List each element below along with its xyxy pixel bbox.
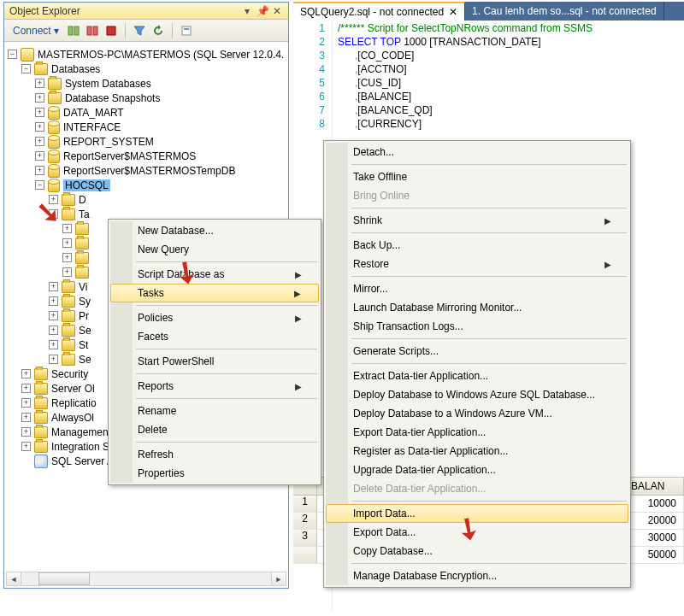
tab-active[interactable]: SQLQuery2.sql - not connected✕: [293, 2, 465, 21]
submenu-arrow-icon: ▶: [604, 216, 611, 226]
db-node-selected[interactable]: −HOCSQL: [8, 178, 285, 192]
stop-icon[interactable]: [103, 23, 119, 38]
folder-icon: [75, 238, 89, 249]
menu-item-back-up[interactable]: Back Up...: [326, 236, 628, 255]
menu-item-label: Extract Data-tier Application...: [353, 370, 488, 382]
filter-icon[interactable]: [132, 23, 147, 38]
close-icon[interactable]: ✕: [449, 6, 457, 18]
snapshots-folder[interactable]: +Database Snapshots: [8, 91, 285, 105]
folder-label: Database Snapshots: [65, 92, 160, 104]
database-icon: [48, 164, 60, 178]
menu-item-bring-online[interactable]: Bring Online: [326, 186, 628, 205]
pin-icon[interactable]: 📌: [256, 3, 268, 20]
menu-item-refresh[interactable]: Refresh: [110, 445, 319, 464]
databases-folder[interactable]: −Databases: [8, 62, 285, 76]
connect-icon[interactable]: [66, 23, 81, 38]
scroll-thumb[interactable]: [38, 572, 90, 585]
server-node[interactable]: −MASTERMOS-PC\MASTERMOS (SQL Server 12.0…: [8, 47, 285, 62]
menu-item-import-data[interactable]: Import Data...: [326, 504, 628, 523]
db-node[interactable]: +DATA_MART: [8, 105, 285, 120]
pane-controls: ▾ 📌 ✕: [241, 3, 283, 20]
menu-item-label: Register as Data-tier Application...: [353, 445, 508, 457]
menu-item-extract-data-tier-application[interactable]: Extract Data-tier Application...: [326, 367, 628, 385]
database-icon: [48, 179, 60, 192]
menu-item-register-as-data-tier-application[interactable]: Register as Data-tier Application...: [326, 442, 628, 461]
db-node[interactable]: +REPORT_SYSTEM: [8, 134, 285, 149]
svg-rect-2: [87, 26, 91, 35]
menu-item-manage-database-encryption[interactable]: Manage Database Encryption...: [326, 566, 628, 585]
tab-inactive[interactable]: 1. Cau lenh dem so...sql - not connected: [465, 2, 663, 21]
menu-item-label: Script Database as: [138, 268, 224, 280]
menu-item-policies[interactable]: Policies▶: [110, 308, 319, 327]
scroll-left-icon[interactable]: ◄: [7, 572, 21, 585]
menu-item-delete[interactable]: Delete: [110, 420, 319, 439]
folder-label: System Databases: [65, 78, 151, 90]
menu-item-upgrade-data-tier-application[interactable]: Upgrade Data-tier Application...: [326, 461, 628, 479]
code-text: [TRANSACTION_DATE]: [429, 36, 540, 48]
menu-item-detach[interactable]: Detach...: [326, 143, 628, 161]
menu-item-tasks[interactable]: Tasks▶: [110, 284, 319, 302]
db-node[interactable]: +ReportServer$MASTERMOSTempDB: [8, 163, 285, 178]
menu-separator: [351, 232, 627, 233]
menu-item-label: Import Data...: [353, 507, 416, 519]
menu-item-label: Bring Online: [353, 190, 410, 202]
menu-item-take-offline[interactable]: Take Offline: [326, 167, 628, 186]
menu-item-delete-data-tier-application[interactable]: Delete Data-tier Application...: [326, 479, 628, 498]
scroll-right-icon[interactable]: ►: [271, 572, 286, 585]
db-node[interactable]: +ReportServer$MASTERMOS: [8, 149, 285, 163]
database-icon: [48, 120, 60, 134]
menu-item-deploy-database-to-windows-azure-sql-database[interactable]: Deploy Database to Windows Azure SQL Dat…: [326, 385, 628, 404]
folder-icon: [34, 426, 48, 438]
folder-label: AlwaysOl: [51, 412, 94, 424]
menu-item-start-powershell[interactable]: Start PowerShell: [110, 352, 319, 371]
refresh-icon[interactable]: [150, 23, 166, 38]
menu-item-deploy-database-to-a-windows-azure-vm[interactable]: Deploy Database to a Windows Azure VM...: [326, 404, 628, 423]
menu-item-properties[interactable]: Properties: [110, 464, 319, 483]
menu-item-new-database[interactable]: New Database...: [110, 221, 319, 240]
menu-item-copy-database[interactable]: Copy Database...: [326, 542, 628, 560]
menu-item-mirror[interactable]: Mirror...: [326, 279, 628, 298]
cell: 30000: [624, 530, 684, 546]
folder-icon: [48, 92, 62, 104]
svg-rect-6: [184, 28, 189, 30]
menu-item-restore[interactable]: Restore▶: [326, 255, 628, 273]
disconnect-icon[interactable]: [85, 23, 100, 38]
cell: 50000: [624, 547, 684, 563]
menu-item-shrink[interactable]: Shrink▶: [326, 211, 628, 230]
menu-item-reports[interactable]: Reports▶: [110, 377, 319, 396]
sys-db-folder[interactable]: +System Databases: [8, 76, 285, 91]
tab-label: 1. Cau lenh dem so...sql - not connected: [472, 5, 656, 17]
connect-button[interactable]: Connect ▾: [9, 23, 62, 38]
svg-rect-5: [182, 26, 191, 35]
menu-item-launch-database-mirroring-monitor[interactable]: Launch Database Mirroring Monitor...: [326, 298, 628, 317]
folder-label: St: [79, 339, 88, 351]
folder-label: Se: [79, 354, 91, 366]
db-node[interactable]: +INTERFACE: [8, 120, 285, 134]
horizontal-scrollbar[interactable]: ◄ ►: [6, 572, 286, 586]
explorer-toolbar: Connect ▾: [4, 20, 288, 42]
server-label: MASTERMOS-PC\MASTERMOS (SQL Server 12.0.…: [38, 49, 284, 61]
menu-item-script-database-as[interactable]: Script Database as▶: [110, 265, 319, 284]
folder-label: Vi: [79, 281, 87, 293]
folder-icon: [62, 281, 75, 293]
menu-item-rename[interactable]: Rename: [110, 402, 319, 420]
menu-item-label: Generate Scripts...: [353, 345, 439, 357]
menu-item-label: New Query: [138, 243, 189, 255]
menu-item-new-query[interactable]: New Query: [110, 240, 319, 259]
folder-label: Ta: [79, 208, 90, 220]
menu-item-export-data-tier-application[interactable]: Export Data-tier Application...: [326, 423, 628, 442]
menu-item-ship-transaction-logs[interactable]: Ship Transaction Logs...: [326, 317, 628, 336]
menu-item-label: Properties: [138, 467, 185, 479]
menu-item-export-data[interactable]: Export Data...: [326, 523, 628, 542]
folder-icon: [34, 441, 48, 453]
subfolder[interactable]: +D: [8, 192, 285, 207]
menu-item-facets[interactable]: Facets: [110, 327, 319, 346]
column-header[interactable]: BALAN: [624, 478, 684, 495]
menu-item-generate-scripts[interactable]: Generate Scripts...: [326, 342, 628, 361]
menu-separator: [136, 398, 317, 399]
folder-icon: [48, 78, 62, 90]
properties-icon[interactable]: [179, 23, 194, 38]
pin-icon[interactable]: ▾: [241, 3, 253, 20]
folder-icon: [34, 368, 48, 380]
close-icon[interactable]: ✕: [271, 3, 283, 20]
